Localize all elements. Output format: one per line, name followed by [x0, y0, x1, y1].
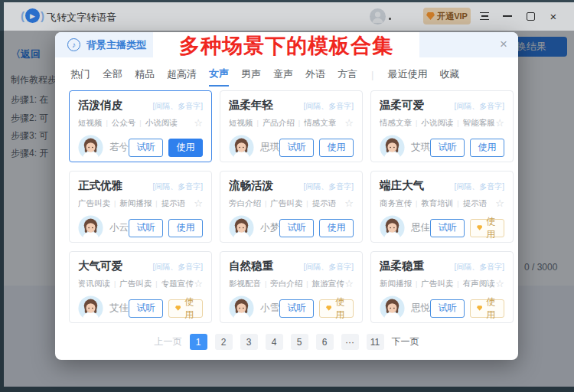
audition-button[interactable]: 试听	[129, 219, 163, 237]
favorite-star-icon[interactable]: ☆	[344, 198, 354, 209]
use-button[interactable]: 使用	[168, 219, 203, 237]
voice-avatar	[380, 296, 405, 321]
voice-card[interactable]: 活泼俏皮 [间隔、多音字] 短视频|公众号|小说阅读 ☆	[69, 90, 212, 162]
use-button[interactable]: 使用	[470, 299, 504, 318]
page-button-6[interactable]: 6	[316, 334, 334, 350]
scene-tag: 广告叫卖	[421, 279, 453, 289]
audition-button[interactable]: 试听	[430, 299, 465, 318]
favorite-star-icon[interactable]: ☆	[344, 117, 354, 129]
tab-精品[interactable]: 精品	[135, 67, 155, 86]
voice-card[interactable]: 端庄大气 [间隔、多音字] 商务宣传|教育培训|提示语 ☆	[370, 171, 514, 243]
voice-avatar	[229, 296, 254, 321]
use-button[interactable]: 使用	[470, 219, 504, 237]
favorite-star-icon[interactable]: ☆	[495, 117, 504, 129]
scene-tag: 商务宣传	[380, 198, 412, 209]
voice-card[interactable]: 大气可爱 [间隔、多音字] 资讯阅读|广告叫卖|专题宣传 ☆	[69, 251, 212, 323]
scene-tag: 新闻播报	[119, 198, 152, 209]
use-button[interactable]: 使用	[470, 139, 504, 157]
audition-button[interactable]: 试听	[430, 219, 465, 237]
page-button-5[interactable]: 5	[291, 334, 308, 350]
voice-card[interactable]: 自然稳重 [间隔、多音字] 影视配音|旁白介绍|旅游宣传 ☆	[220, 251, 363, 323]
tab-男声[interactable]: 男声	[241, 67, 261, 86]
next-page-button[interactable]: 下一页	[392, 335, 419, 348]
favorite-star-icon[interactable]: ☆	[194, 117, 203, 129]
audition-button[interactable]: 试听	[279, 139, 314, 157]
voice-feature-badge: [间隔、多音字]	[152, 181, 203, 192]
music-note-icon: ♪	[67, 38, 80, 51]
tab-最近使用[interactable]: 最近使用	[387, 67, 427, 86]
tab-外语[interactable]: 外语	[305, 67, 325, 86]
page-ellipsis[interactable]: ···	[341, 334, 359, 350]
audition-button[interactable]: 试听	[279, 299, 314, 318]
prev-page-button[interactable]: 上一页	[155, 335, 182, 348]
scene-tag: 新闻播报	[380, 279, 412, 289]
voice-style-title: 温柔稳重	[380, 259, 424, 273]
scene-tag: 影视配音	[229, 279, 261, 289]
page-button-1[interactable]: 1	[190, 334, 207, 350]
favorite-star-icon[interactable]: ☆	[495, 198, 504, 209]
voice-scene-tags: 广告叫卖|新闻播报|提示语	[78, 198, 185, 209]
page-button-3[interactable]: 3	[240, 334, 258, 350]
audition-button[interactable]: 试听	[430, 139, 465, 157]
voice-scene-tags: 旁白介绍|广告叫卖|提示语	[229, 198, 336, 209]
voice-actor-name: 思悦	[411, 302, 430, 315]
annotation-text: 多种场景下的模板合集	[153, 32, 419, 60]
favorite-star-icon[interactable]: ☆	[194, 278, 203, 289]
voice-card[interactable]: 温柔稳重 [间隔、多音字] 新闻播报|广告叫卖|有声阅读 ☆	[370, 251, 514, 323]
voice-actor-name: 思佳	[411, 221, 430, 234]
voice-card[interactable]: 温柔年轻 [间隔、多音字] 短视频|产品介绍|情感文章 ☆	[220, 90, 363, 162]
category-tabs: 热门全部精品超高清女声男声童声外语方言|最近使用收藏	[70, 67, 507, 87]
scene-tag: 提示语	[161, 198, 186, 209]
audition-button[interactable]: 试听	[129, 139, 163, 157]
favorite-star-icon[interactable]: ☆	[344, 278, 354, 289]
audition-button[interactable]: 试听	[279, 219, 314, 237]
use-button[interactable]: 使用	[319, 139, 354, 157]
vip-gem-icon	[477, 305, 482, 312]
voice-card[interactable]: 流畅活泼 [间隔、多音字] 旁白介绍|广告叫卖|提示语 ☆	[220, 171, 363, 243]
tab-超高清[interactable]: 超高清	[167, 67, 197, 86]
voice-card[interactable]: 温柔可爱 [间隔、多音字] 情感文章|小说阅读|智能客服 ☆	[370, 90, 514, 162]
tab-收藏[interactable]: 收藏	[439, 67, 459, 86]
voice-card[interactable]: 正式优雅 [间隔、多音字] 广告叫卖|新闻播报|提示语 ☆	[69, 171, 212, 243]
modal-close-icon[interactable]: ×	[500, 38, 507, 51]
tab-热门[interactable]: 热门	[70, 67, 90, 86]
voice-feature-badge: [间隔、多音字]	[454, 101, 504, 112]
voice-scene-tags: 短视频|公众号|小说阅读	[78, 118, 178, 129]
voice-feature-badge: [间隔、多音字]	[152, 262, 203, 273]
favorite-star-icon[interactable]: ☆	[194, 198, 203, 209]
voice-actor-name: 小雪	[260, 302, 279, 315]
audition-button[interactable]: 试听	[129, 299, 163, 318]
use-button[interactable]: 使用	[168, 139, 203, 157]
voice-scene-tags: 情感文章|小说阅读|智能客服	[380, 118, 495, 129]
scene-tag: 情感文章	[380, 118, 412, 129]
tab-女声[interactable]: 女声	[209, 67, 229, 87]
dim-overlay-titlebar	[0, 0, 574, 31]
pagination: 上一页123456···11下一页	[55, 334, 518, 350]
page-button-2[interactable]: 2	[215, 334, 233, 350]
voice-style-title: 正式优雅	[78, 178, 122, 193]
favorite-star-icon[interactable]: ☆	[495, 278, 504, 289]
tab-全部[interactable]: 全部	[103, 67, 122, 86]
page-button-4[interactable]: 4	[266, 334, 283, 350]
voice-scene-tags: 资讯阅读|广告叫卖|专题宣传	[78, 279, 194, 289]
voice-scene-tags: 短视频|产品介绍|情感文章	[229, 118, 336, 129]
voice-actor-name: 若兮	[109, 141, 129, 154]
use-button[interactable]: 使用	[168, 299, 203, 318]
voice-actor-name: 思琪	[260, 141, 279, 154]
use-button[interactable]: 使用	[319, 219, 354, 237]
scene-tag: 提示语	[312, 198, 337, 209]
tab-童声[interactable]: 童声	[273, 67, 293, 86]
voice-actor-name: 艾佳	[109, 302, 129, 315]
scene-tag: 短视频	[78, 118, 103, 129]
page-button-11[interactable]: 11	[367, 334, 384, 350]
scene-tag: 短视频	[229, 118, 253, 129]
use-button[interactable]: 使用	[319, 299, 354, 318]
voice-style-title: 温柔年轻	[229, 98, 273, 113]
scene-tag: 旁白介绍	[229, 198, 261, 209]
voice-style-title: 自然稳重	[229, 259, 273, 273]
tab-方言[interactable]: 方言	[338, 67, 357, 86]
scene-tag: 提示语	[463, 198, 488, 209]
voice-avatar	[229, 215, 254, 240]
scene-tag: 小说阅读	[421, 118, 453, 129]
voice-actor-name: 小云	[109, 221, 129, 234]
